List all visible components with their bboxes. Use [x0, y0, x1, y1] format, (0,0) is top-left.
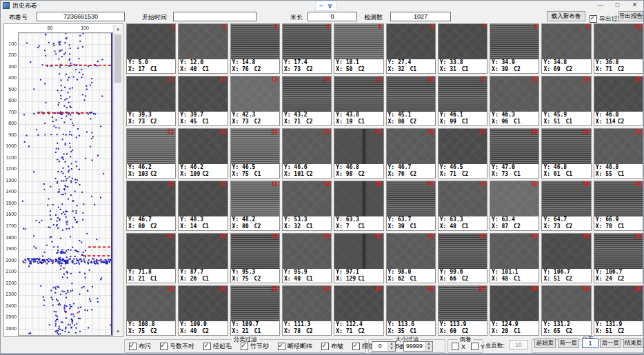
defect-cell[interactable]: 60Y: 131.9X: 51C2 [594, 285, 643, 336]
defect-cell[interactable]: 52Y: 109.0X: 40C2 [178, 285, 228, 336]
defect-cell[interactable]: 27Y: 46.5X: 71C2 [438, 128, 487, 179]
defect-cell[interactable]: 55Y: 112.4X: 71C2 [334, 285, 383, 336]
defect-cell[interactable]: 38Y: 63.4X: 87C2 [490, 181, 539, 231]
defect-cell[interactable]: 40Y: 66.9X: 70C1 [594, 181, 643, 231]
defect-cell[interactable]: 24Y: 46.6X: 101C2 [282, 128, 332, 179]
defect-cell[interactable]: 35Y: 63.3X: 7C1 [334, 181, 383, 231]
defect-cell[interactable]: 4Y: 17.4X: 73C2 [282, 23, 332, 74]
scroll-up-icon[interactable]: ▲ [114, 25, 122, 33]
defect-cell[interactable]: 46Y: 98.0X: 62C1 [386, 233, 436, 283]
defect-cell[interactable]: 13Y: 42.3X: 73C2 [230, 76, 280, 126]
float-caret-icon[interactable]: ∨ [328, 3, 332, 10]
defect-cell[interactable]: 58Y: 124.9X: 20C1 [490, 285, 539, 336]
scroll-thumb[interactable] [114, 34, 121, 83]
defect-cell[interactable]: 18Y: 46.3X: 96C1 [490, 76, 539, 126]
size-min-value[interactable]: 0 [372, 342, 388, 351]
defect-cell[interactable]: 5Y: 18.1X: 50C2 [334, 23, 383, 74]
export-report-button[interactable]: 导出报告 [618, 11, 643, 21]
defect-cell[interactable]: 43Y: 95.3X: 75C2 [230, 233, 280, 283]
size-max-arrows[interactable]: ▲▼ [425, 342, 432, 351]
map-scrollbar[interactable]: ▲ ▼ [113, 25, 122, 336]
defect-cell[interactable]: 30Y: 46.8X: 55C1 [594, 128, 643, 179]
defect-cell[interactable]: 17Y: 46.1X: 99C1 [438, 76, 487, 126]
defect-cell[interactable]: 6Y: 27.4X: 32C1 [386, 23, 436, 74]
close-button[interactable]: ✕ [626, 1, 643, 10]
defect-cell[interactable]: 7Y: 33.8X: 31C1 [438, 23, 487, 74]
size-min-stepper[interactable]: 0 ▲▼ [372, 341, 396, 352]
defect-cell[interactable]: 32Y: 48.3X: 14C1 [178, 181, 228, 231]
defect-cell[interactable]: 34Y: 53.3X: 32C1 [282, 181, 332, 231]
defect-cell[interactable]: 23Y: 46.5X: 75C1 [230, 128, 280, 179]
size-max-stepper[interactable]: 99999 ▲▼ [403, 341, 433, 352]
meter-length-input[interactable] [308, 12, 357, 21]
class-filter-checkbox[interactable]: 经起毛 [203, 340, 232, 352]
defect-cell[interactable]: 20Y: 46.0X: 114C2 [594, 76, 643, 126]
defect-cell[interactable]: 51Y: 108.8X: 75C2 [126, 285, 176, 336]
class-filter-checkbox[interactable]: 竹节纱 [241, 340, 269, 352]
defect-cell[interactable]: 25Y: 46.8X: 98C2 [334, 128, 383, 179]
defect-cell[interactable]: 11Y: 39.3X: 73C2 [126, 76, 176, 126]
rewind-checkbox-box[interactable] [471, 343, 479, 350]
defect-cell[interactable]: 57Y: 113.9X: 60C2 [438, 285, 487, 336]
class-filter-checkbox[interactable]: 号数不对 [160, 340, 194, 352]
class-filter-checkbox-box[interactable] [160, 343, 168, 350]
rewind-checkbox[interactable]: Y [471, 340, 485, 352]
size-min-arrows[interactable]: ▲▼ [388, 342, 395, 351]
defect-cell[interactable]: 21Y: 46.2X: 103C2 [126, 128, 176, 179]
maximize-button[interactable]: □ [609, 1, 626, 10]
rewind-checkbox-box[interactable] [452, 343, 459, 350]
next-page-button[interactable]: 后一页 [600, 338, 621, 348]
class-filter-checkbox-box[interactable] [278, 343, 285, 350]
defect-cell[interactable]: 37Y: 63.3X: 48C1 [438, 181, 487, 231]
defect-cell[interactable]: 53Y: 109.7X: 21C1 [230, 285, 280, 336]
defect-cell[interactable]: 3Y: 14.8X: 76C2 [230, 23, 280, 74]
roll-number-input[interactable] [37, 12, 125, 21]
defect-cell[interactable]: 9Y: 34.8X: 69C2 [541, 23, 591, 74]
class-filter-checkbox[interactable]: 布皱 [321, 340, 343, 352]
class-filter-checkbox-box[interactable] [241, 343, 248, 350]
defect-scatter-canvas[interactable] [19, 33, 112, 335]
defect-cell[interactable]: 22Y: 46.2X: 109C2 [178, 128, 228, 179]
scroll-down-icon[interactable]: ▼ [114, 327, 122, 336]
defect-cell[interactable]: 48Y: 101.1X: 48C1 [490, 233, 539, 283]
defect-cell[interactable]: 2Y: 12.0X: 40C1 [178, 23, 228, 74]
defect-cell[interactable]: 14Y: 43.2X: 71C2 [282, 76, 332, 126]
defect-cell[interactable]: 12Y: 39.7X: 45C1 [178, 76, 228, 126]
defect-cell[interactable]: 44Y: 95.9X: 40C1 [282, 233, 332, 283]
class-filter-checkbox-box[interactable] [129, 343, 137, 350]
defect-cell[interactable]: 15Y: 43.8X: 19C1 [334, 76, 383, 126]
defect-cell[interactable]: 29Y: 46.8X: 61C1 [541, 128, 591, 179]
class-filter-checkbox-box[interactable] [352, 343, 360, 350]
class-filter-checkbox[interactable]: 断经断纬 [278, 340, 312, 352]
defect-cell[interactable]: 8Y: 34.9X: 39C2 [490, 23, 539, 74]
detect-count-input[interactable] [390, 12, 451, 21]
start-time-input[interactable] [173, 12, 256, 21]
prev-page-button[interactable]: 前一页 [558, 338, 579, 348]
defect-cell[interactable]: 45Y: 97.1X: 129C1 [334, 233, 383, 283]
end-page-button[interactable]: 结束页 [623, 338, 643, 348]
defect-cell[interactable]: 31Y: 46.7X: 80C2 [126, 181, 176, 231]
class-filter-checkbox[interactable]: 布污 [129, 340, 151, 352]
defect-map-plot[interactable] [18, 32, 113, 336]
defect-cell[interactable]: 16Y: 45.1X: 80C2 [386, 76, 436, 126]
defect-cell[interactable]: 56Y: 113.6X: 35C1 [386, 285, 436, 336]
float-minimize-icon[interactable]: − [319, 3, 323, 10]
defect-cell[interactable]: 1Y: 5.0X: 17C1 [126, 23, 176, 74]
defect-cell[interactable]: 39Y: 64.7X: 73C2 [541, 181, 591, 231]
current-page-input[interactable]: 1 [582, 338, 598, 348]
export-filter-checkbox-box[interactable] [590, 15, 597, 23]
defect-cell[interactable]: 10Y: 36.8X: 71C2 [594, 23, 643, 74]
defect-cell[interactable]: 54Y: 111.3X: 78C2 [282, 285, 332, 336]
defect-cell[interactable]: 59Y: 131.2X: 65C2 [541, 285, 591, 336]
class-filter-checkbox-box[interactable] [203, 343, 211, 350]
defect-cell[interactable]: 26Y: 46.7X: 76C2 [386, 128, 436, 179]
defect-cell[interactable]: 42Y: 87.7X: 26C1 [178, 233, 228, 283]
load-new-roll-button[interactable]: 载入新布卷 [547, 11, 585, 21]
defect-cell[interactable]: 41Y: 71.8X: 21C1 [126, 233, 176, 283]
minimize-button[interactable]: — [592, 1, 609, 10]
defect-cell[interactable]: 36Y: 63.7X: 39C1 [386, 181, 436, 231]
defect-cell[interactable]: 50Y: 106.7X: 24C2 [594, 233, 643, 283]
size-max-value[interactable]: 99999 [404, 342, 425, 351]
defect-cell[interactable]: 28Y: 47.0X: 73C1 [490, 128, 539, 179]
rewind-checkbox[interactable]: X [452, 340, 465, 352]
